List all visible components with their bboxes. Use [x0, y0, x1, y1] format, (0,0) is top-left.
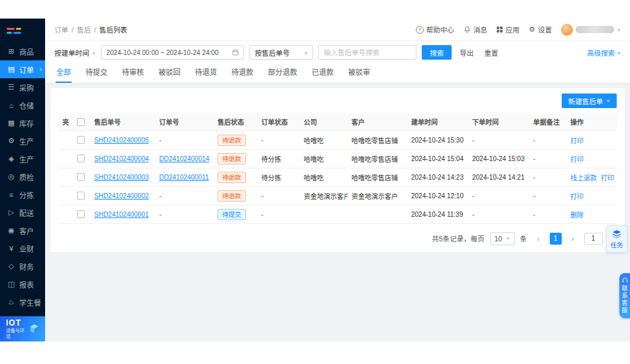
sidebar-item-finance[interactable]: ◇财务	[0, 257, 45, 275]
after-sale-no-link[interactable]: SHD24102400002	[94, 192, 149, 200]
tab-pending-review[interactable]: 待审核	[121, 62, 145, 83]
table-row: SHD24102400002 - 待退款 - 资金地演示客户1 资金地演示客户 …	[58, 186, 617, 205]
sidebar-item-label: 业财	[19, 243, 34, 254]
expand-cell	[58, 131, 73, 149]
order-no-link[interactable]: DD24102400014	[159, 155, 210, 162]
page-jump-input[interactable]	[584, 233, 603, 245]
contact-service-button[interactable]: 联系客服	[619, 273, 630, 318]
settings-label: 设置	[538, 25, 552, 34]
sidebar-item-orders[interactable]: ▤订单›	[0, 60, 45, 78]
print-action[interactable]: 打印	[570, 156, 584, 163]
prev-page-button[interactable]: ‹	[533, 233, 544, 245]
production-icon: ⚙	[7, 137, 15, 145]
sidebar-item-label: 学生餐	[19, 297, 41, 308]
sidebar-item-label: 仓储	[19, 100, 34, 111]
expand-cell	[58, 205, 73, 223]
tab-rejected[interactable]: 被驳回	[158, 62, 181, 83]
apps-button[interactable]: 应用	[497, 25, 520, 34]
export-button[interactable]: 导出	[457, 45, 476, 60]
customer-value: 资金地演示客户	[347, 186, 407, 205]
customer-value	[347, 205, 407, 223]
sidebar-item-inventory[interactable]: ▦库存	[0, 114, 45, 132]
time-field-select[interactable]: 按建单时间∨	[54, 48, 95, 58]
tab-pending-refund[interactable]: 待退款	[231, 62, 254, 83]
sidebar-item-label: 财务	[19, 261, 34, 272]
search-input[interactable]	[318, 45, 416, 60]
user-menu[interactable]: ∨	[561, 24, 621, 36]
sidebar-item-quality[interactable]: ◎质检	[0, 168, 45, 186]
breadcrumb-item[interactable]: 订单	[54, 25, 68, 34]
business-finance-icon: ¥	[7, 245, 15, 253]
after-sale-no-link[interactable]: SHD24102400001	[94, 211, 149, 218]
after-sale-status-badge: 待退款	[218, 135, 246, 146]
sidebar-item-reports[interactable]: ◫报表	[0, 275, 45, 293]
sidebar-item-production-2[interactable]: ◈生产	[0, 150, 45, 168]
after-sale-no-link[interactable]: SHD24102400004	[94, 155, 149, 162]
iot-subtitle: 设备与环境	[6, 328, 29, 339]
sidebar-item-sorting[interactable]: ≡分拣	[0, 186, 45, 204]
search-button[interactable]: 搜索	[422, 45, 452, 60]
help-center-button[interactable]: ?帮助中心	[416, 25, 454, 34]
tab-partial-refund[interactable]: 部分退款	[267, 62, 298, 83]
row-checkbox[interactable]	[77, 173, 85, 181]
sidebar-item-customers[interactable]: ◉客户	[0, 221, 45, 239]
sidebar-item-student-meal[interactable]: ♨学生餐	[0, 293, 45, 311]
after-sale-no-link[interactable]: SHD24102400003	[94, 174, 149, 181]
settings-button[interactable]: ⚙设置	[529, 25, 552, 34]
production-2-icon: ◈	[7, 154, 15, 163]
sidebar-item-goods[interactable]: ⊞商品	[0, 42, 45, 60]
tab-review-rejected[interactable]: 被驳审	[347, 62, 371, 83]
page-size-select[interactable]: 10∨	[490, 232, 515, 245]
col-checkbox	[73, 113, 90, 131]
order-status-value: 待分拣	[261, 174, 281, 182]
user-name-redacted	[576, 26, 614, 33]
after-sale-no-link[interactable]: SHD24102400005	[94, 137, 149, 144]
task-float-button[interactable]: 任务	[606, 225, 627, 253]
remark-value: -	[533, 192, 535, 200]
advanced-search-link[interactable]: 高级搜索∨	[587, 48, 621, 58]
breadcrumb-item[interactable]: 售后	[77, 25, 91, 34]
topbar-actions: ?帮助中心 消息 应用 ⚙设置 ∨	[416, 24, 621, 36]
sidebar-item-label: 商品	[19, 46, 34, 57]
new-after-sale-button[interactable]: 新建售后单∨	[562, 93, 617, 108]
order-no-link[interactable]: DD24102400011	[159, 174, 209, 181]
order-no-value: -	[159, 211, 161, 218]
tab-pending-submit[interactable]: 待提交	[85, 62, 108, 83]
date-range-input[interactable]: 2024-10-24 00:00 ~ 2024-10-24 24:00	[101, 45, 244, 60]
sidebar-item-business-finance[interactable]: ¥业财	[0, 239, 45, 257]
print-action[interactable]: 打印	[570, 193, 584, 200]
inventory-icon: ▦	[7, 119, 15, 127]
messages-button[interactable]: 消息	[464, 25, 487, 34]
row-checkbox[interactable]	[77, 210, 85, 218]
sidebar-item-purchase[interactable]: ☰采购	[0, 78, 45, 96]
tab-all[interactable]: 全部	[56, 62, 72, 83]
checkbox-cell	[73, 131, 90, 149]
print-action[interactable]: 打印	[570, 137, 584, 145]
row-checkbox[interactable]	[77, 154, 85, 162]
next-page-button[interactable]: ›	[567, 233, 579, 245]
delete-action[interactable]: 删除	[570, 212, 584, 219]
checkbox-cell	[73, 149, 90, 168]
delivery-icon: ▷	[7, 208, 15, 217]
topbar: 订单 / 售后 / 售后列表 ?帮助中心 消息 应用 ⚙设置 ∨	[45, 19, 630, 41]
tab-pending-return[interactable]: 待退货	[194, 62, 218, 83]
reset-button[interactable]: 重置	[481, 45, 501, 60]
checkbox-cell	[73, 205, 90, 223]
sidebar-item-label: 配送	[19, 208, 34, 218]
row-checkbox[interactable]	[77, 136, 85, 144]
orders-icon: ▤	[7, 65, 15, 74]
row-checkbox[interactable]	[77, 192, 85, 200]
select-all-checkbox[interactable]	[77, 118, 85, 126]
number-field-select[interactable]: 按售后单号∨	[249, 45, 313, 60]
page-1-button[interactable]: 1	[550, 233, 562, 245]
online-refund-action[interactable]: 线上退款	[570, 174, 597, 182]
sidebar-item-production[interactable]: ⚙生产	[0, 132, 45, 150]
created-time-value: 2024-10-24 12:10	[407, 186, 468, 205]
tab-refunded[interactable]: 已退款	[311, 62, 334, 83]
sidebar-item-delivery[interactable]: ▷配送	[0, 204, 45, 221]
iot-panel-button[interactable]: IOT 设备与环境	[0, 316, 45, 341]
print-action[interactable]: 打印	[601, 174, 614, 182]
col-order-status: 订单状态	[257, 113, 300, 131]
cube-icon	[29, 323, 40, 335]
sidebar-item-warehouse[interactable]: ⌂仓储	[0, 96, 45, 114]
